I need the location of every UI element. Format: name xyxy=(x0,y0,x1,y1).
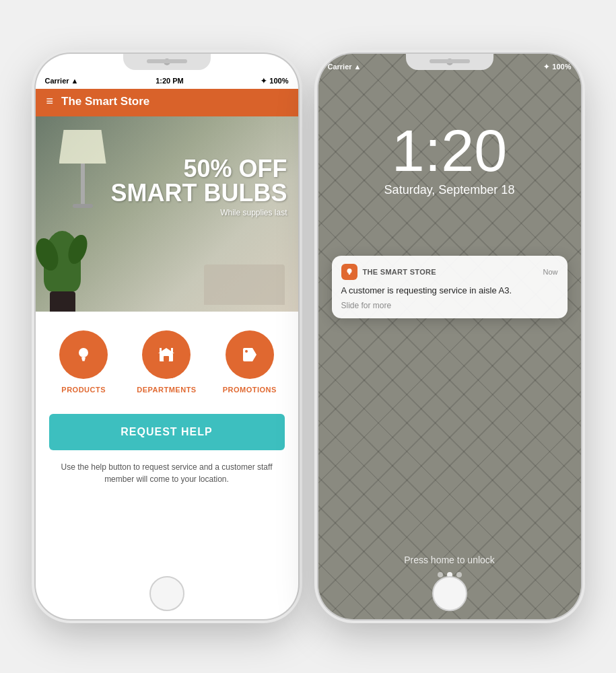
notification-header: THE SMART STORE Now xyxy=(341,264,558,280)
hero-product-name: SMART BULBS xyxy=(111,181,287,205)
status-right: ✦ 100% xyxy=(261,77,288,85)
icon-grid: PRODUCTS DEPARTMENTS xyxy=(36,312,298,407)
phone-speaker xyxy=(147,59,187,63)
hero-discount-line1: 50% OFF xyxy=(111,157,287,181)
lock-screen: Carrier ▲ 1:20 PM ✦ 100% 1:20 Saturday, … xyxy=(318,54,581,619)
notification-card[interactable]: THE SMART STORE Now A customer is reques… xyxy=(332,256,568,318)
store-icon xyxy=(156,344,177,365)
bluetooth-icon-2: ✦ xyxy=(543,63,549,71)
lamp-shade xyxy=(59,130,106,164)
status-right-2: ✦ 100% xyxy=(543,63,571,71)
phone1-screen: Carrier ▲ 1:20 PM ✦ 100% ≡ The Smart Sto… xyxy=(36,71,298,567)
time-label-2: 1:20 PM xyxy=(438,63,467,71)
promotions-label: PROMOTIONS xyxy=(223,386,277,394)
phone2-screen: Carrier ▲ 1:20 PM ✦ 100% 1:20 Saturday, … xyxy=(318,54,581,619)
svg-rect-12 xyxy=(348,274,349,275)
help-description: Use the help button to request service a… xyxy=(36,450,298,496)
request-help-button[interactable]: REQUEST HELP xyxy=(49,414,285,450)
lock-hour: 1:20 xyxy=(318,121,581,180)
svg-rect-6 xyxy=(164,356,169,361)
lock-date: Saturday, September 18 xyxy=(318,183,581,197)
tag-icon xyxy=(239,344,261,365)
home-button-2[interactable] xyxy=(432,576,467,611)
svg-point-10 xyxy=(347,269,351,273)
wifi-icon: ▲ xyxy=(71,77,79,85)
lock-dot-1 xyxy=(438,572,443,577)
phone2-speaker xyxy=(430,59,470,63)
notif-bulb-icon xyxy=(345,267,354,277)
status-left: Carrier ▲ xyxy=(45,77,79,85)
home-button-1[interactable] xyxy=(149,576,184,611)
request-help-label: REQUEST HELP xyxy=(121,426,212,437)
svg-rect-2 xyxy=(82,359,85,360)
lock-dot-3 xyxy=(456,572,462,577)
notification-message: A customer is requesting service in aisl… xyxy=(341,285,558,295)
time-label: 1:20 PM xyxy=(156,77,184,85)
notification-slide-hint: Slide for more xyxy=(341,301,558,310)
wifi-icon-2: ▲ xyxy=(354,63,362,71)
battery-label: 100% xyxy=(269,77,288,85)
icon-item-departments[interactable]: DEPARTMENTS xyxy=(125,330,208,394)
bulb-icon xyxy=(73,344,94,365)
svg-rect-11 xyxy=(348,273,350,274)
svg-rect-1 xyxy=(81,357,85,359)
notification-app-name: THE SMART STORE xyxy=(363,268,436,276)
plant-decoration xyxy=(42,231,83,312)
laptop-decoration xyxy=(204,264,285,305)
lamp-base xyxy=(81,164,85,204)
press-home-label: Press home to unlock xyxy=(318,555,581,565)
hero-note: While supplies last xyxy=(111,208,287,217)
svg-point-0 xyxy=(79,348,88,357)
hamburger-menu-icon[interactable]: ≡ xyxy=(46,94,54,108)
carrier-label-2: Carrier xyxy=(328,63,352,71)
battery-label-2: 100% xyxy=(552,63,571,71)
icon-item-promotions[interactable]: PROMOTIONS xyxy=(208,330,291,394)
hero-banner: 50% OFF SMART BULBS While supplies last xyxy=(36,116,298,312)
products-label: PRODUCTS xyxy=(61,386,106,394)
notification-app-icon xyxy=(341,264,357,280)
departments-icon-circle xyxy=(142,330,191,379)
carrier-label: Carrier xyxy=(45,77,69,85)
lamp-foot xyxy=(73,204,93,208)
nav-title: The Smart Store xyxy=(61,95,149,108)
products-icon-circle xyxy=(59,330,108,379)
notification-app-info: THE SMART STORE xyxy=(341,264,436,280)
icon-item-products[interactable]: PRODUCTS xyxy=(42,330,125,394)
nav-bar: ≡ The Smart Store xyxy=(36,89,298,116)
phone-1-device: Carrier ▲ 1:20 PM ✦ 100% ≡ The Smart Sto… xyxy=(36,54,298,619)
status-bar-1: Carrier ▲ 1:20 PM ✦ 100% xyxy=(36,71,298,89)
lamp-decoration xyxy=(56,130,110,224)
lock-time-display: 1:20 Saturday, September 18 xyxy=(318,121,581,197)
hero-text-area: 50% OFF SMART BULBS While supplies last xyxy=(111,157,287,217)
promotions-icon-circle xyxy=(226,330,274,379)
svg-rect-8 xyxy=(171,348,173,353)
departments-label: DEPARTMENTS xyxy=(137,386,196,394)
status-left-2: Carrier ▲ xyxy=(328,63,362,71)
svg-rect-7 xyxy=(160,348,162,353)
svg-rect-3 xyxy=(82,360,85,361)
bluetooth-icon: ✦ xyxy=(261,77,267,85)
svg-point-9 xyxy=(245,350,248,353)
notification-timestamp: Now xyxy=(543,268,557,276)
phone-2-device: Carrier ▲ 1:20 PM ✦ 100% 1:20 Saturday, … xyxy=(318,54,581,619)
